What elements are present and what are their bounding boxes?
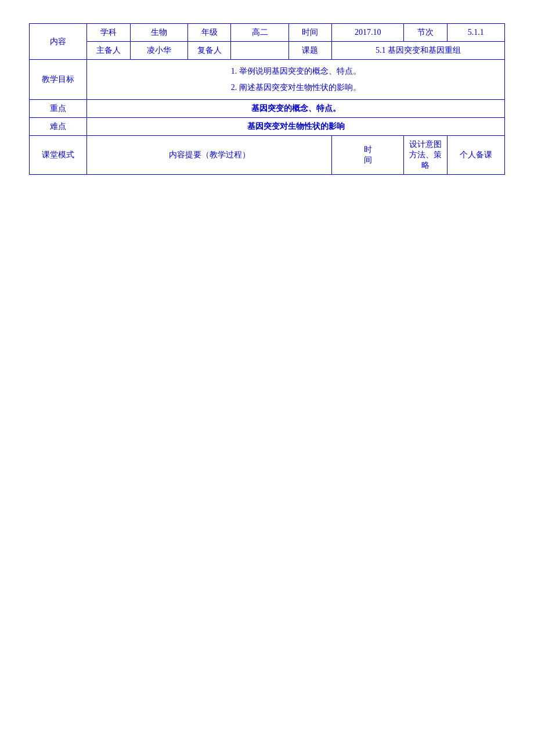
- nandian-content: 基因突变对生物性状的影响: [87, 118, 505, 136]
- nianji-label: 年级: [187, 24, 230, 42]
- fubeiren-value: [231, 42, 288, 60]
- time-label: 时 间: [332, 136, 404, 175]
- jiaoxuemubiao-label: 教学目标: [30, 60, 87, 100]
- keti-value: 5.1 基因突变和基因重组: [332, 42, 505, 60]
- jici-label: 节次: [404, 24, 447, 42]
- xueke-value: 生物: [130, 24, 187, 42]
- goal1: 1. 举例说明基因突变的概念、特点。: [92, 63, 500, 80]
- jici-value: 5.1.1: [447, 24, 504, 42]
- shijian-label: 时间: [288, 24, 331, 42]
- nianji-value: 高二: [231, 24, 288, 42]
- content-summary-label: 内容提要（教学过程）: [87, 136, 332, 175]
- design-label: 设计意图 方法、策略: [404, 136, 447, 175]
- ketangmoshi-label: 课堂模式: [30, 136, 87, 175]
- zhubeiren-value: 凌小华: [130, 42, 187, 60]
- zhongdian-content: 基因突变的概念、特点。: [87, 100, 505, 118]
- goal2: 2. 阐述基因突变对生物性状的影响。: [92, 80, 500, 96]
- zhongdian-label: 重点: [30, 100, 87, 118]
- zhubeiren-label: 主备人: [87, 42, 130, 60]
- personal-label: 个人备课: [447, 136, 504, 175]
- keti-label: 课题: [288, 42, 331, 60]
- xueke-label: 学科: [87, 24, 130, 42]
- shijian-value: 2017.10: [332, 24, 404, 42]
- jiaoxuemubiao-content: 1. 举例说明基因突变的概念、特点。 2. 阐述基因突变对生物性状的影响。: [87, 60, 505, 100]
- lesson-plan-table: 内容 学科 生物 年级 高二 时间 2017.10 节次 5.1.1 主备人 凌…: [29, 23, 505, 175]
- fubeiren-label: 复备人: [187, 42, 230, 60]
- nandian-label: 难点: [30, 118, 87, 136]
- neirong-label: 内容: [30, 24, 87, 60]
